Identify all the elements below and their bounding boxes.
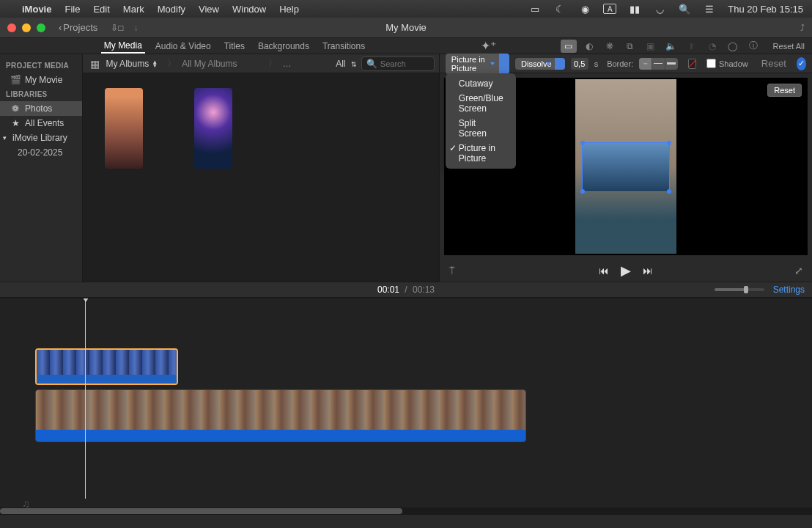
menu-item-picture-in-picture[interactable]: Picture in Picture — [446, 141, 516, 166]
fullscreen-window-button[interactable] — [37, 23, 45, 32]
info-icon[interactable]: ⓘ — [745, 40, 761, 53]
inspector-reset-button[interactable]: Reset — [761, 58, 786, 69]
noise-eq-icon[interactable]: ⫴ — [684, 40, 700, 53]
sidebar-item-label: 20-02-2025 — [18, 147, 62, 158]
border-thin-option[interactable] — [652, 58, 665, 70]
chevron-right-icon: 〉 — [167, 57, 180, 70]
next-frame-button[interactable]: ⏭ — [643, 265, 653, 276]
menu-edit[interactable]: Edit — [93, 4, 109, 15]
tab-audio-video[interactable]: Audio & Video — [152, 40, 214, 53]
shadow-checkbox-input[interactable] — [706, 59, 716, 68]
main-area: PROJECT MEDIA 🎬 My Movie LIBRARIES ❁ Pho… — [0, 54, 812, 282]
color-balance-icon[interactable]: ◐ — [581, 40, 597, 53]
browser-tabs: My Media Audio & Video Titles Background… — [0, 38, 469, 54]
list-view-icon[interactable]: ▦ — [87, 58, 103, 70]
reset-all-button[interactable]: Reset All — [773, 42, 805, 51]
play-button[interactable]: ▶ — [621, 263, 631, 279]
search-field[interactable]: 🔍 — [361, 56, 435, 71]
minimize-window-button[interactable] — [22, 23, 31, 32]
tab-transitions[interactable]: Transitions — [320, 40, 368, 53]
tab-titles[interactable]: Titles — [221, 40, 248, 53]
zoom-slider-knob[interactable] — [744, 286, 748, 293]
sidebar-item-all-events[interactable]: ★ All Events — [0, 116, 82, 131]
crop-icon[interactable]: ⧉ — [622, 40, 638, 53]
zoom-slider[interactable] — [715, 288, 764, 291]
apply-checkmark-button[interactable]: ✓ — [797, 57, 806, 70]
border-none-option[interactable]: ┄ — [639, 58, 652, 70]
menu-item-green-blue-screen[interactable]: Green/Blue Screen — [446, 91, 516, 116]
volume-icon[interactable]: 🔈 — [663, 40, 679, 53]
speed-icon[interactable]: ◔ — [704, 40, 720, 53]
share-icon[interactable]: ⤴ — [800, 23, 805, 33]
stabilization-icon[interactable]: ▣ — [643, 40, 659, 53]
filter-icon[interactable]: ◯ — [725, 40, 741, 53]
overlay-mode-dropdown[interactable]: Picture in Picture — [446, 54, 509, 74]
playhead[interactable] — [85, 298, 86, 499]
border-color-swatch[interactable] — [688, 59, 696, 69]
resize-handle-icon[interactable] — [580, 141, 585, 145]
filter-dropdown[interactable]: All ⇅ — [336, 59, 357, 69]
close-window-button[interactable] — [7, 23, 16, 32]
menu-modify[interactable]: Modify — [158, 4, 185, 15]
photos-icon: ❁ — [10, 103, 21, 114]
voiceover-mic-icon[interactable]: ⍑ — [449, 264, 456, 277]
enhance-icon[interactable]: ✦⁺ — [481, 39, 496, 53]
projects-back-button[interactable]: ‹ Projects — [59, 22, 97, 33]
fullscreen-preview-icon[interactable]: ⤢ — [794, 265, 803, 276]
control-center-icon[interactable]: ☰ — [703, 4, 716, 14]
timeline-main-clip[interactable] — [35, 389, 526, 442]
import-media-icon[interactable]: ⇩□ — [111, 23, 123, 33]
sidebar-item-event-date[interactable]: 20-02-2025 — [0, 145, 82, 160]
disclosure-triangle-icon[interactable]: ▾ — [3, 134, 7, 142]
timeline-settings-button[interactable]: Settings — [773, 285, 805, 295]
wifi-icon[interactable]: ◡ — [653, 4, 666, 14]
resize-handle-icon[interactable] — [667, 189, 671, 194]
preview-reset-button[interactable]: Reset — [767, 84, 802, 97]
screen-mirroring-icon[interactable]: ▭ — [528, 4, 542, 14]
menu-view[interactable]: View — [199, 4, 219, 15]
menu-window[interactable]: Window — [232, 4, 266, 15]
download-icon[interactable]: ↓ — [134, 23, 139, 33]
album-selector[interactable]: My Albums ▴▾ — [106, 59, 157, 69]
tab-backgrounds[interactable]: Backgrounds — [255, 40, 312, 53]
timeline[interactable]: ♫ — [0, 298, 812, 515]
total-duration: 00:13 — [413, 285, 435, 295]
screen-record-icon[interactable]: ◉ — [578, 4, 591, 14]
sidebar-item-my-movie[interactable]: 🎬 My Movie — [0, 73, 82, 87]
menubar-app-name[interactable]: iMovie — [22, 4, 51, 15]
tab-my-media[interactable]: My Media — [101, 39, 145, 54]
color-correction-icon[interactable]: ❋ — [602, 40, 618, 53]
shadow-checkbox[interactable]: Shadow — [706, 59, 748, 68]
spotlight-icon[interactable]: 🔍 — [678, 4, 691, 14]
resize-handle-icon[interactable] — [667, 141, 671, 145]
clip-trim-handle-left[interactable] — [35, 390, 36, 430]
media-clip-thumbnail[interactable] — [194, 88, 232, 169]
menu-file[interactable]: File — [64, 4, 80, 15]
overlay-tool-icon[interactable]: ▭ — [561, 40, 577, 53]
border-thick-option[interactable] — [665, 58, 678, 70]
breadcrumb-item[interactable]: All My Albums — [182, 59, 237, 69]
pip-overlay-frame[interactable] — [582, 142, 670, 192]
sidebar-item-imovie-library[interactable]: ▾ iMovie Library — [0, 131, 82, 145]
resize-handle-icon[interactable] — [580, 189, 585, 194]
menu-item-cutaway[interactable]: Cutaway — [446, 76, 516, 91]
menu-mark[interactable]: Mark — [123, 4, 144, 15]
keyboard-input-icon[interactable]: A — [603, 4, 616, 14]
scrollbar-thumb[interactable] — [0, 508, 402, 514]
breadcrumb-more[interactable]: … — [283, 59, 292, 69]
menu-item-split-screen[interactable]: Split Screen — [446, 116, 516, 141]
do-not-disturb-icon[interactable]: ☾ — [553, 4, 566, 14]
duration-input[interactable] — [571, 58, 588, 70]
sidebar-item-photos[interactable]: ❁ Photos — [0, 101, 82, 116]
menubar-clock[interactable]: Thu 20 Feb 15:15 — [728, 4, 803, 15]
battery-icon[interactable]: ▮▮ — [628, 4, 641, 14]
menu-help[interactable]: Help — [279, 4, 299, 15]
transition-dropdown[interactable]: Dissolve — [515, 58, 565, 70]
horizontal-scrollbar[interactable] — [0, 507, 812, 515]
menubar-status-area: ▭ ☾ ◉ A ▮▮ ◡ 🔍 ☰ Thu 20 Feb 15:15 — [528, 4, 803, 15]
prev-frame-button[interactable]: ⏮ — [599, 265, 609, 276]
timeline-pip-clip[interactable] — [35, 348, 178, 385]
search-input[interactable] — [380, 59, 432, 68]
clip-trim-handle-right[interactable] — [525, 390, 526, 430]
media-clip-thumbnail[interactable] — [105, 88, 143, 169]
